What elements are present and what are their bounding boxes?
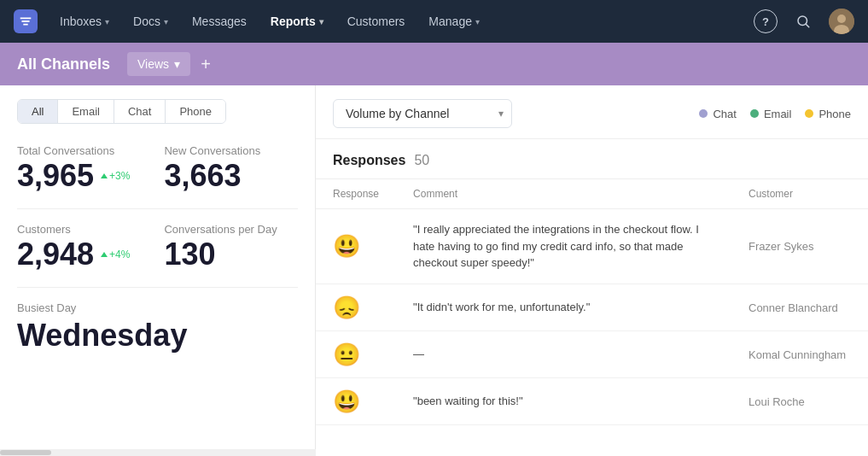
- nav-messages[interactable]: Messages: [184, 9, 255, 33]
- divider-2: [17, 287, 298, 288]
- stats-row-2: Customers 2,948 +4% Conversations per Da…: [17, 223, 298, 270]
- response-customer: Komal Cunningham: [749, 348, 846, 361]
- customer-cell: Conner Blanchard: [731, 284, 868, 330]
- response-emoji-cell: 😃: [316, 377, 396, 424]
- total-conversations-stat: Total Conversations 3,965 +3%: [17, 144, 130, 191]
- email-legend-dot: [750, 109, 759, 118]
- legend-phone: Phone: [805, 108, 851, 120]
- response-customer: Conner Blanchard: [749, 301, 838, 314]
- response-customer: Frazer Sykes: [749, 240, 814, 253]
- response-emoji: 😃: [333, 233, 360, 259]
- chevron-down-icon: ▾: [105, 17, 109, 26]
- responses-panel: Responses 50 Response Comment Customer 😃…: [316, 139, 868, 456]
- svg-line-1: [806, 24, 808, 26]
- legend-email: Email: [750, 108, 792, 120]
- legend-chat: Chat: [699, 108, 736, 120]
- responses-table: Response Comment Customer 😃 "I really ap…: [316, 179, 868, 425]
- customer-cell: Komal Cunningham: [731, 330, 868, 377]
- response-comment: "It didn't work for me, unfortunately.": [413, 299, 703, 316]
- svg-point-0: [798, 16, 807, 26]
- scrollbar-thumb: [0, 450, 51, 455]
- new-conversations-value: 3,663: [164, 161, 241, 191]
- table-header-row: Response Comment Customer: [316, 179, 868, 209]
- customers-value: 2,948: [17, 239, 94, 270]
- views-dropdown[interactable]: Views ▾: [127, 52, 190, 76]
- response-comment: "been waiting for this!": [413, 393, 703, 410]
- filter-tab-chat[interactable]: Chat: [114, 100, 166, 123]
- col-response: Response: [316, 179, 396, 209]
- nav-customers[interactable]: Customers: [339, 9, 414, 33]
- conv-per-day-label: Conversations per Day: [164, 223, 277, 236]
- phone-legend-dot: [805, 109, 813, 118]
- chart-legend: Chat Email Phone: [699, 108, 851, 120]
- response-comment: "I really appreciated the integrations i…: [413, 221, 703, 272]
- chevron-down-icon: ▾: [319, 17, 323, 26]
- customers-stat: Customers 2,948 +4%: [17, 223, 130, 270]
- filter-tab-email[interactable]: Email: [58, 100, 114, 123]
- customers-badge: +4%: [101, 248, 130, 260]
- busiest-day-label: Busiest Day: [17, 301, 298, 314]
- chevron-down-icon: ▾: [164, 17, 168, 26]
- app-logo[interactable]: [14, 9, 38, 33]
- divider-1: [17, 208, 298, 209]
- right-panel: Volume by Channel Volume by Type Volume …: [316, 85, 868, 456]
- busiest-day-stat: Busiest Day Wednesday: [17, 301, 298, 354]
- response-emoji-cell: 😞: [316, 284, 396, 330]
- response-emoji: 😃: [333, 389, 360, 414]
- chevron-down-icon: ▾: [475, 17, 480, 26]
- comment-cell: "I really appreciated the integrations i…: [396, 209, 731, 284]
- response-customer: Loui Roche: [749, 395, 805, 408]
- response-emoji: 😐: [333, 342, 360, 367]
- filter-tab-all[interactable]: All: [18, 100, 58, 123]
- filter-tabs: All Email Chat Phone: [17, 99, 226, 124]
- response-comment: —: [413, 346, 703, 363]
- new-conversations-stat: New Conversations 3,663: [164, 144, 260, 191]
- table-row: 😃 "I really appreciated the integrations…: [316, 209, 868, 284]
- top-navigation: Inboxes ▾ Docs ▾ Messages Reports ▾ Cust…: [0, 0, 868, 43]
- customer-cell: Loui Roche: [731, 377, 868, 424]
- response-emoji: 😞: [333, 295, 360, 320]
- chart-area: Volume by Channel Volume by Type Volume …: [316, 85, 868, 139]
- customer-cell: Frazer Sykes: [731, 209, 868, 284]
- help-button[interactable]: ?: [754, 9, 778, 33]
- nav-manage[interactable]: Manage ▾: [420, 9, 488, 33]
- comment-cell: "been waiting for this!": [396, 377, 731, 424]
- user-avatar[interactable]: [829, 9, 854, 34]
- horizontal-scrollbar[interactable]: [0, 449, 316, 456]
- filter-tab-phone[interactable]: Phone: [166, 100, 225, 123]
- nav-inboxes[interactable]: Inboxes ▾: [51, 9, 118, 33]
- conv-per-day-stat: Conversations per Day 130: [164, 223, 277, 270]
- chart-type-select[interactable]: Volume by Channel Volume by Type Volume …: [333, 99, 512, 128]
- up-arrow-icon: [101, 252, 108, 257]
- total-conversations-value: 3,965: [17, 161, 94, 191]
- nav-docs[interactable]: Docs ▾: [125, 9, 177, 33]
- responses-header: Responses 50: [316, 139, 868, 179]
- left-panel: All Email Chat Phone Total Conversations…: [0, 85, 316, 456]
- col-comment: Comment: [396, 179, 731, 209]
- total-conversations-badge: +3%: [101, 170, 130, 182]
- table-row: 😃 "been waiting for this!" Loui Roche: [316, 377, 868, 424]
- response-emoji-cell: 😐: [316, 330, 396, 377]
- search-button[interactable]: [791, 9, 815, 33]
- nav-reports[interactable]: Reports ▾: [262, 9, 332, 33]
- comment-cell: —: [396, 330, 731, 377]
- new-conversations-label: New Conversations: [164, 144, 260, 157]
- conv-per-day-value: 130: [164, 239, 215, 270]
- chat-legend-dot: [699, 109, 708, 118]
- customers-label: Customers: [17, 223, 130, 236]
- total-conversations-label: Total Conversations: [17, 144, 130, 157]
- table-row: 😞 "It didn't work for me, unfortunately.…: [316, 284, 868, 330]
- main-content: All Email Chat Phone Total Conversations…: [0, 85, 868, 456]
- responses-count: 50: [414, 153, 429, 168]
- col-customer: Customer: [731, 179, 868, 209]
- table-row: 😐 — Komal Cunningham: [316, 330, 868, 377]
- response-emoji-cell: 😃: [316, 209, 396, 284]
- nav-right-actions: ?: [754, 9, 854, 34]
- svg-point-3: [837, 15, 846, 23]
- add-view-button[interactable]: +: [201, 55, 211, 74]
- comment-cell: "It didn't work for me, unfortunately.": [396, 284, 731, 330]
- page-title: All Channels: [17, 56, 127, 73]
- stats-row-1: Total Conversations 3,965 +3% New Conver…: [17, 144, 298, 191]
- busiest-day-value: Wednesday: [17, 318, 298, 354]
- responses-title: Responses: [333, 153, 405, 168]
